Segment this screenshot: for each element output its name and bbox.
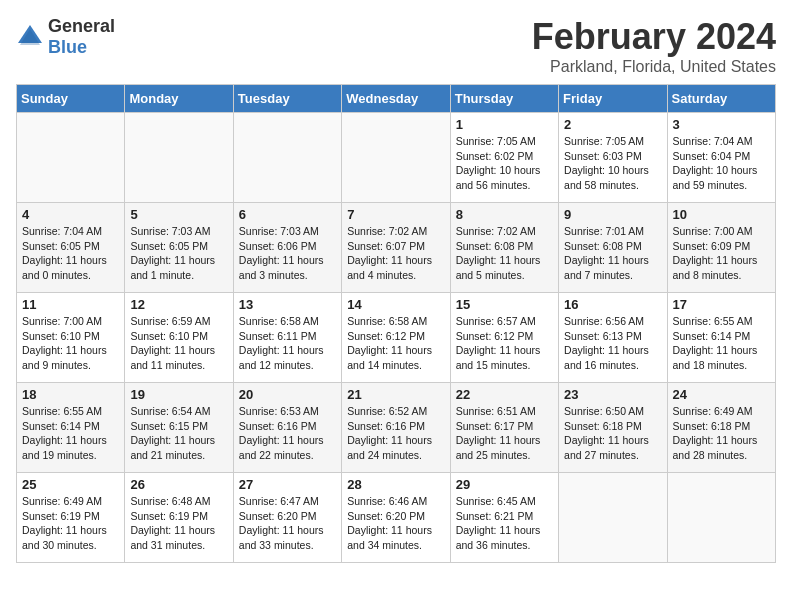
day-info: Sunrise: 7:04 AM Sunset: 6:04 PM Dayligh… — [673, 134, 770, 193]
day-number: 22 — [456, 387, 553, 402]
day-info: Sunrise: 7:01 AM Sunset: 6:08 PM Dayligh… — [564, 224, 661, 283]
day-info: Sunrise: 6:50 AM Sunset: 6:18 PM Dayligh… — [564, 404, 661, 463]
calendar-cell: 1Sunrise: 7:05 AM Sunset: 6:02 PM Daylig… — [450, 113, 558, 203]
day-info: Sunrise: 6:56 AM Sunset: 6:13 PM Dayligh… — [564, 314, 661, 373]
day-info: Sunrise: 6:45 AM Sunset: 6:21 PM Dayligh… — [456, 494, 553, 553]
day-info: Sunrise: 6:48 AM Sunset: 6:19 PM Dayligh… — [130, 494, 227, 553]
header-wednesday: Wednesday — [342, 85, 450, 113]
day-number: 29 — [456, 477, 553, 492]
calendar-cell: 15Sunrise: 6:57 AM Sunset: 6:12 PM Dayli… — [450, 293, 558, 383]
calendar-cell: 3Sunrise: 7:04 AM Sunset: 6:04 PM Daylig… — [667, 113, 775, 203]
calendar-cell: 5Sunrise: 7:03 AM Sunset: 6:05 PM Daylig… — [125, 203, 233, 293]
day-info: Sunrise: 7:05 AM Sunset: 6:03 PM Dayligh… — [564, 134, 661, 193]
day-info: Sunrise: 6:53 AM Sunset: 6:16 PM Dayligh… — [239, 404, 336, 463]
calendar-cell: 6Sunrise: 7:03 AM Sunset: 6:06 PM Daylig… — [233, 203, 341, 293]
calendar-cell: 7Sunrise: 7:02 AM Sunset: 6:07 PM Daylig… — [342, 203, 450, 293]
calendar-cell: 17Sunrise: 6:55 AM Sunset: 6:14 PM Dayli… — [667, 293, 775, 383]
calendar-header-row: SundayMondayTuesdayWednesdayThursdayFrid… — [17, 85, 776, 113]
calendar-cell: 8Sunrise: 7:02 AM Sunset: 6:08 PM Daylig… — [450, 203, 558, 293]
calendar-week-4: 25Sunrise: 6:49 AM Sunset: 6:19 PM Dayli… — [17, 473, 776, 563]
day-info: Sunrise: 7:00 AM Sunset: 6:09 PM Dayligh… — [673, 224, 770, 283]
calendar-cell: 19Sunrise: 6:54 AM Sunset: 6:15 PM Dayli… — [125, 383, 233, 473]
calendar-cell: 12Sunrise: 6:59 AM Sunset: 6:10 PM Dayli… — [125, 293, 233, 383]
day-number: 27 — [239, 477, 336, 492]
day-info: Sunrise: 7:03 AM Sunset: 6:05 PM Dayligh… — [130, 224, 227, 283]
day-info: Sunrise: 6:49 AM Sunset: 6:18 PM Dayligh… — [673, 404, 770, 463]
header-thursday: Thursday — [450, 85, 558, 113]
page-header: General Blue February 2024 Parkland, Flo… — [16, 16, 776, 76]
calendar-cell: 11Sunrise: 7:00 AM Sunset: 6:10 PM Dayli… — [17, 293, 125, 383]
calendar-cell — [125, 113, 233, 203]
day-info: Sunrise: 6:55 AM Sunset: 6:14 PM Dayligh… — [22, 404, 119, 463]
day-number: 13 — [239, 297, 336, 312]
calendar-cell: 20Sunrise: 6:53 AM Sunset: 6:16 PM Dayli… — [233, 383, 341, 473]
calendar-table: SundayMondayTuesdayWednesdayThursdayFrid… — [16, 84, 776, 563]
day-number: 25 — [22, 477, 119, 492]
calendar-cell: 2Sunrise: 7:05 AM Sunset: 6:03 PM Daylig… — [559, 113, 667, 203]
day-number: 12 — [130, 297, 227, 312]
calendar-cell — [17, 113, 125, 203]
header-tuesday: Tuesday — [233, 85, 341, 113]
calendar-cell — [342, 113, 450, 203]
calendar-cell: 10Sunrise: 7:00 AM Sunset: 6:09 PM Dayli… — [667, 203, 775, 293]
day-info: Sunrise: 6:46 AM Sunset: 6:20 PM Dayligh… — [347, 494, 444, 553]
day-number: 1 — [456, 117, 553, 132]
calendar-cell: 16Sunrise: 6:56 AM Sunset: 6:13 PM Dayli… — [559, 293, 667, 383]
calendar-cell: 14Sunrise: 6:58 AM Sunset: 6:12 PM Dayli… — [342, 293, 450, 383]
calendar-cell: 4Sunrise: 7:04 AM Sunset: 6:05 PM Daylig… — [17, 203, 125, 293]
calendar-cell: 21Sunrise: 6:52 AM Sunset: 6:16 PM Dayli… — [342, 383, 450, 473]
day-number: 8 — [456, 207, 553, 222]
day-number: 23 — [564, 387, 661, 402]
logo-blue: Blue — [48, 37, 87, 57]
calendar-cell: 26Sunrise: 6:48 AM Sunset: 6:19 PM Dayli… — [125, 473, 233, 563]
calendar-cell: 24Sunrise: 6:49 AM Sunset: 6:18 PM Dayli… — [667, 383, 775, 473]
day-info: Sunrise: 7:00 AM Sunset: 6:10 PM Dayligh… — [22, 314, 119, 373]
day-number: 9 — [564, 207, 661, 222]
calendar-week-1: 4Sunrise: 7:04 AM Sunset: 6:05 PM Daylig… — [17, 203, 776, 293]
calendar-cell: 29Sunrise: 6:45 AM Sunset: 6:21 PM Dayli… — [450, 473, 558, 563]
header-saturday: Saturday — [667, 85, 775, 113]
calendar-cell — [667, 473, 775, 563]
day-info: Sunrise: 6:52 AM Sunset: 6:16 PM Dayligh… — [347, 404, 444, 463]
day-number: 24 — [673, 387, 770, 402]
logo-icon — [16, 23, 44, 51]
calendar-cell: 18Sunrise: 6:55 AM Sunset: 6:14 PM Dayli… — [17, 383, 125, 473]
day-info: Sunrise: 7:05 AM Sunset: 6:02 PM Dayligh… — [456, 134, 553, 193]
day-number: 4 — [22, 207, 119, 222]
calendar-cell: 28Sunrise: 6:46 AM Sunset: 6:20 PM Dayli… — [342, 473, 450, 563]
day-info: Sunrise: 6:51 AM Sunset: 6:17 PM Dayligh… — [456, 404, 553, 463]
page-subtitle: Parkland, Florida, United States — [532, 58, 776, 76]
day-info: Sunrise: 7:04 AM Sunset: 6:05 PM Dayligh… — [22, 224, 119, 283]
calendar-cell — [233, 113, 341, 203]
day-number: 11 — [22, 297, 119, 312]
day-number: 5 — [130, 207, 227, 222]
header-sunday: Sunday — [17, 85, 125, 113]
day-info: Sunrise: 6:58 AM Sunset: 6:12 PM Dayligh… — [347, 314, 444, 373]
calendar-week-0: 1Sunrise: 7:05 AM Sunset: 6:02 PM Daylig… — [17, 113, 776, 203]
day-info: Sunrise: 6:55 AM Sunset: 6:14 PM Dayligh… — [673, 314, 770, 373]
day-info: Sunrise: 6:49 AM Sunset: 6:19 PM Dayligh… — [22, 494, 119, 553]
day-number: 16 — [564, 297, 661, 312]
header-friday: Friday — [559, 85, 667, 113]
day-number: 7 — [347, 207, 444, 222]
day-number: 20 — [239, 387, 336, 402]
day-number: 17 — [673, 297, 770, 312]
day-number: 14 — [347, 297, 444, 312]
day-number: 15 — [456, 297, 553, 312]
day-number: 19 — [130, 387, 227, 402]
day-info: Sunrise: 7:02 AM Sunset: 6:07 PM Dayligh… — [347, 224, 444, 283]
logo: General Blue — [16, 16, 115, 58]
header-monday: Monday — [125, 85, 233, 113]
page-title: February 2024 — [532, 16, 776, 58]
calendar-cell: 23Sunrise: 6:50 AM Sunset: 6:18 PM Dayli… — [559, 383, 667, 473]
calendar-cell: 22Sunrise: 6:51 AM Sunset: 6:17 PM Dayli… — [450, 383, 558, 473]
calendar-cell — [559, 473, 667, 563]
logo-general: General — [48, 16, 115, 36]
day-number: 28 — [347, 477, 444, 492]
calendar-week-2: 11Sunrise: 7:00 AM Sunset: 6:10 PM Dayli… — [17, 293, 776, 383]
calendar-cell: 9Sunrise: 7:01 AM Sunset: 6:08 PM Daylig… — [559, 203, 667, 293]
calendar-cell: 13Sunrise: 6:58 AM Sunset: 6:11 PM Dayli… — [233, 293, 341, 383]
day-number: 10 — [673, 207, 770, 222]
title-block: February 2024 Parkland, Florida, United … — [532, 16, 776, 76]
calendar-cell: 25Sunrise: 6:49 AM Sunset: 6:19 PM Dayli… — [17, 473, 125, 563]
